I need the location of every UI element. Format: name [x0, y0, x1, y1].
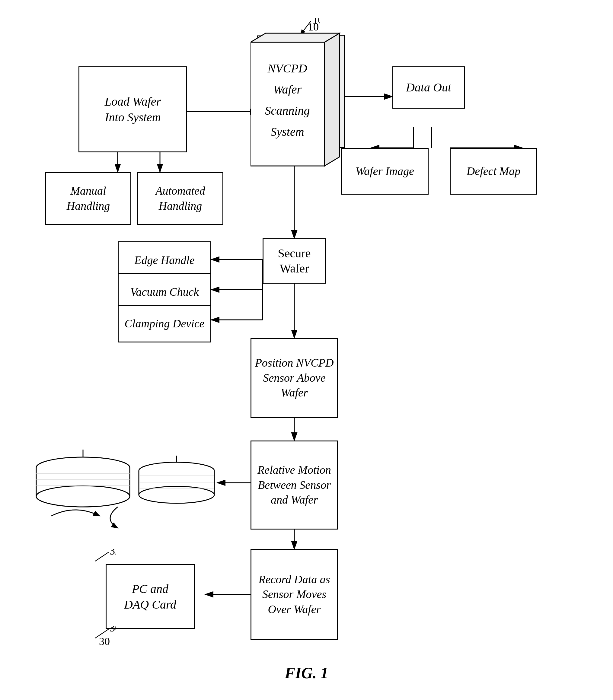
wafer-disc-right — [136, 455, 217, 507]
pc-daq-box: PC and DAQ Card — [106, 564, 195, 629]
load-wafer-box: Load Wafer Into System — [78, 66, 187, 153]
svg-text:Scanning: Scanning — [265, 104, 310, 117]
ref32-line: 32 — [92, 549, 116, 564]
wafer-disc-left — [33, 450, 133, 510]
svg-marker-44 — [324, 33, 340, 166]
defect-map-box: Defect Map — [450, 148, 537, 195]
svg-marker-45 — [250, 33, 340, 42]
svg-point-39 — [139, 486, 214, 503]
svg-text:NVCPD: NVCPD — [267, 62, 307, 75]
svg-text:32: 32 — [109, 549, 116, 557]
svg-text:30: 30 — [109, 626, 116, 634]
svg-text:10: 10 — [312, 18, 320, 26]
rotation-arrow — [45, 504, 106, 528]
wafer-image-box: Wafer Image — [341, 148, 429, 195]
ref30-line: 30 — [92, 626, 116, 641]
relative-motion-box: Relative Motion Between Sensor and Wafer — [250, 440, 338, 529]
manual-handling-box: Manual Handling — [45, 172, 131, 225]
svg-text:System: System — [271, 125, 304, 138]
record-data-box: Record Data as Sensor Moves Over Wafer — [250, 549, 338, 640]
automated-handling-box: Automated Handling — [137, 172, 223, 225]
secure-wafer-box: Secure Wafer — [263, 238, 326, 283]
clamping-device-box: Clamping Device — [118, 305, 211, 342]
data-out-box: Data Out — [392, 66, 465, 109]
fig-label: FIG. 1 — [285, 664, 328, 682]
svg-text:Wafer: Wafer — [273, 83, 302, 96]
svg-line-22 — [95, 629, 109, 638]
nvcpd-3d-box: NVCPD Wafer Scanning System — [250, 30, 353, 169]
position-sensor-box: Position NVCPD Sensor Above Wafer — [250, 338, 338, 418]
svg-line-24 — [95, 552, 109, 561]
diagram: 10 10 NVCPD Wafer Scanning System Load W… — [0, 0, 613, 700]
